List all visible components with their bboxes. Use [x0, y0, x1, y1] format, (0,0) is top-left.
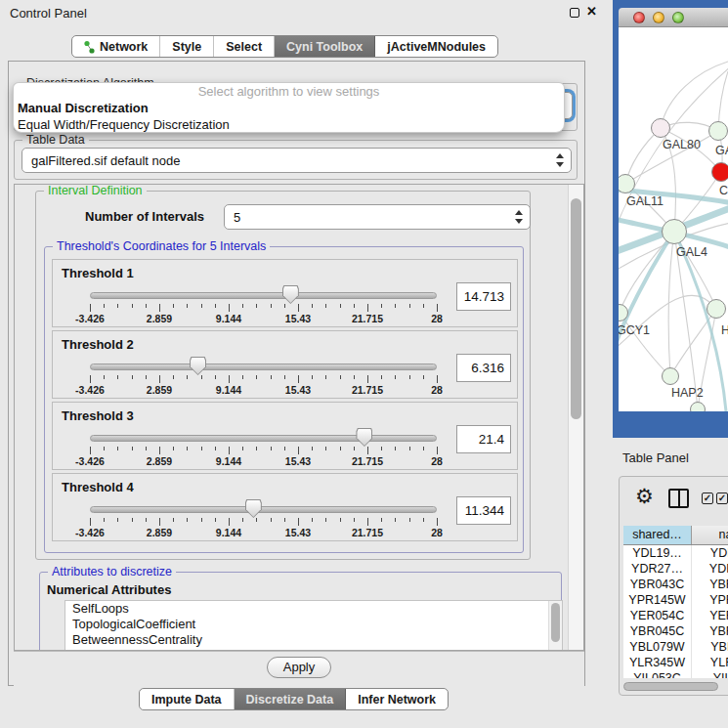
table-data-select[interactable]: galFiltered.sif default node: [21, 148, 572, 173]
threshold-value-field[interactable]: 6.316: [456, 354, 511, 382]
table-cell: YBL0: [692, 639, 728, 655]
apply-button[interactable]: Apply: [267, 657, 331, 678]
tab-select[interactable]: Select: [214, 36, 275, 57]
tab-label: Style: [172, 40, 201, 54]
slider-thumb[interactable]: [245, 499, 262, 518]
numerical-attributes-list[interactable]: SelfLoopsTopologicalCoefficientBetweenne…: [64, 600, 563, 651]
network-node-hap2[interactable]: [662, 367, 679, 385]
table-row[interactable]: YBL079WYBL0: [623, 639, 728, 655]
column-header-name[interactable]: na: [692, 526, 728, 544]
attribute-list-item[interactable]: SelfLoops: [65, 601, 562, 617]
settings-vertical-scrollbar[interactable]: [568, 185, 583, 650]
checkbox-icon[interactable]: ✓: [702, 492, 713, 504]
spinner-arrows-icon: [514, 210, 523, 224]
apply-row: Apply: [14, 651, 584, 686]
algorithm-option-equal-width[interactable]: Equal Width/Frequency Discretization: [14, 116, 564, 133]
number-of-intervals-select[interactable]: 5: [224, 204, 531, 230]
tab-impute-data[interactable]: Impute Data: [140, 689, 235, 709]
threshold-slider[interactable]: -3.4262.8599.14415.4321.71528: [90, 432, 437, 469]
threshold-value-field[interactable]: 21.4: [456, 425, 511, 453]
threshold-label: Threshold 2: [62, 337, 134, 352]
network-node-c[interactable]: [711, 162, 728, 182]
table-cell: YPR145W: [623, 592, 692, 608]
scrollbar-thumb[interactable]: [571, 198, 581, 419]
network-canvas[interactable]: GAL80GACGAL11GAL4GCY1HHAP2: [619, 27, 728, 411]
table-cell: YIL0: [692, 670, 728, 678]
network-node-gal4[interactable]: [662, 219, 687, 244]
network-node-gal80[interactable]: [651, 118, 670, 138]
table-row[interactable]: YER054CYER0: [623, 608, 728, 623]
gear-icon[interactable]: ⚙: [635, 486, 654, 506]
attribute-list-item[interactable]: TopologicalCoefficient: [65, 617, 562, 632]
algorithm-option-manual[interactable]: Manual Discretization: [14, 100, 564, 116]
threshold-panel-1: Threshold 1-3.4262.8599.14415.4321.71528…: [52, 259, 518, 327]
table-row[interactable]: YPR145WYPR1: [623, 592, 728, 608]
node-table[interactable]: shared…na YDL19…YDL1YDR27…YDR2YBR043CYBR…: [623, 526, 728, 678]
spinner-arrows-icon: [555, 153, 564, 167]
slider-track[interactable]: [90, 364, 437, 370]
table-cell: YBR0: [692, 577, 728, 592]
table-row[interactable]: YBR043CYBR0: [623, 577, 728, 592]
table-cell: YDL1: [692, 545, 728, 561]
table-row[interactable]: YLR345WYLR3: [623, 655, 728, 670]
float-window-icon[interactable]: [570, 8, 579, 18]
minimize-traffic-light-icon[interactable]: [653, 12, 664, 23]
close-icon[interactable]: ✕: [586, 4, 597, 19]
slider-ticks: [90, 304, 437, 312]
network-node-ga[interactable]: [708, 121, 728, 141]
zoom-traffic-light-icon[interactable]: [672, 12, 684, 23]
interval-definition-group: Interval Definition Number of Intervals …: [35, 191, 531, 560]
table-row[interactable]: YIL053CYIL0: [623, 670, 728, 678]
split-columns-icon[interactable]: [668, 489, 689, 508]
tab-jactivemnodules[interactable]: jActiveMNodules: [375, 36, 497, 57]
threshold-panel-2: Threshold 2-3.4262.8599.14415.4321.71528…: [52, 330, 518, 399]
tab-cyni-toolbox[interactable]: Cyni Toolbox: [275, 36, 375, 57]
attributes-scrollbar[interactable]: [548, 601, 562, 650]
table-cell: YLR345W: [623, 655, 692, 670]
tab-network[interactable]: Network: [72, 36, 160, 57]
threshold-value-field[interactable]: 14.713: [456, 282, 511, 311]
numerical-attributes-label: Numerical Attributes: [47, 582, 171, 597]
table-row[interactable]: YDL19…YDL1: [623, 545, 728, 561]
attributes-group-title: Attributes to discretize: [48, 565, 176, 578]
threshold-value-field[interactable]: 11.344: [456, 496, 511, 525]
control-panel: Control Panel ✕ NetworkStyleSelectCyni T…: [0, 0, 606, 728]
slider-track[interactable]: [90, 292, 437, 299]
scrollbar-thumb[interactable]: [623, 682, 718, 691]
node-label: C: [719, 184, 728, 197]
node-label: GAL80: [663, 138, 701, 151]
attribute-list-item[interactable]: BetweennessCentrality: [65, 632, 562, 648]
settings-scrollpane: Interval Definition Number of Intervals …: [14, 184, 584, 651]
close-traffic-light-icon[interactable]: [633, 12, 645, 23]
table-horizontal-scrollbar[interactable]: [623, 682, 728, 692]
table-row[interactable]: YDR27…YDR2: [623, 561, 728, 577]
network-icon: [84, 40, 95, 54]
slider-tick-labels: -3.4262.8599.14415.4321.71528: [90, 313, 437, 324]
thresholds-group-title: Threshold's Coordinates for 5 Intervals: [53, 239, 270, 253]
table-cell: YBR045C: [623, 623, 692, 639]
slider-tick-labels: -3.4262.8599.14415.4321.71528: [90, 455, 437, 467]
table-data-group: Table Data galFiltered.sif default node: [14, 140, 578, 180]
node-label: HAP2: [671, 386, 704, 400]
slider-thumb[interactable]: [356, 428, 372, 447]
slider-thumb[interactable]: [282, 285, 299, 304]
network-node-h[interactable]: [707, 299, 726, 319]
tab-discretize-data[interactable]: Discretize Data: [235, 689, 347, 709]
slider-thumb[interactable]: [190, 357, 206, 375]
slider-track[interactable]: [90, 435, 437, 442]
checkbox-icon[interactable]: ✓: [716, 492, 728, 504]
threshold-slider[interactable]: -3.4262.8599.14415.4321.71528: [90, 289, 437, 326]
table-row[interactable]: YBR045CYBR0: [623, 623, 728, 639]
threshold-slider[interactable]: -3.4262.8599.14415.4321.71528: [90, 361, 437, 398]
slider-track[interactable]: [90, 506, 437, 513]
threshold-slider[interactable]: -3.4262.8599.14415.4321.71528: [90, 503, 437, 540]
tab-style[interactable]: Style: [160, 36, 214, 57]
tab-infer-network[interactable]: Infer Network: [346, 689, 448, 709]
network-node[interactable]: [690, 402, 706, 411]
top-tab-bar: NetworkStyleSelectCyni ToolboxjActiveMNo…: [71, 35, 498, 58]
threshold-label: Threshold 1: [62, 266, 134, 280]
column-header-shared-name[interactable]: shared…: [623, 526, 692, 544]
algorithm-option-placeholder[interactable]: Select algorithm to view settings: [14, 83, 564, 100]
interval-definition-group-title: Interval Definition: [44, 184, 147, 197]
algorithm-dropdown-popup: Select algorithm to view settings Manual…: [13, 82, 565, 133]
